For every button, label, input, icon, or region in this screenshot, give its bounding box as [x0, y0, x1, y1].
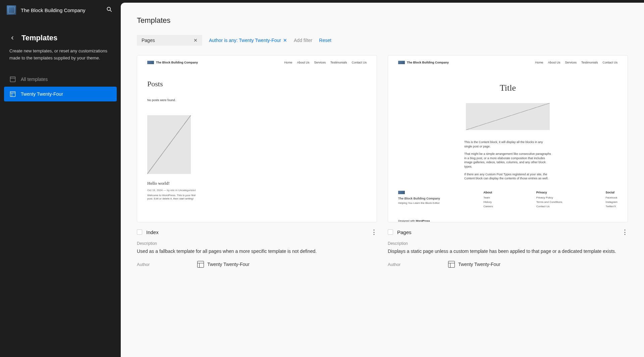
template-grid: The Block Building Company Home About Us…: [137, 55, 628, 268]
preview-menu-item: Testimonials: [330, 61, 347, 64]
sidebar-item-label: All templates: [21, 77, 48, 82]
author-name: Twenty Twenty-Four: [458, 262, 500, 267]
preview-menu-item: About Us: [297, 61, 309, 64]
preview-footer-tagline: Helping You Learn the Block Editor: [398, 202, 440, 205]
description-label: Description: [388, 241, 628, 246]
site-logo-icon[interactable]: [7, 5, 16, 15]
sidebar-header: The Block Building Company: [0, 0, 121, 20]
sidebar-item-label: Twenty Twenty-Four: [21, 91, 63, 97]
preview-menu: Home About Us Services Testimonials Cont…: [535, 61, 618, 64]
template-preview[interactable]: The Block Building Company Home About Us…: [388, 55, 628, 222]
preview-logo-icon: [398, 61, 405, 64]
template-preview[interactable]: The Block Building Company Home About Us…: [137, 55, 377, 222]
preview-heading: Title: [398, 83, 618, 93]
more-icon[interactable]: ⋮: [622, 228, 628, 236]
sidebar-nav: Templates Create new templates, or reset…: [0, 20, 121, 108]
template-description: Displays a static page unless a custom t…: [388, 248, 628, 255]
preview-footer: The Block Building Company Helping You L…: [398, 191, 618, 209]
preview-menu-item: Contact Us: [602, 61, 618, 64]
preview-brand: The Block Building Company: [407, 61, 449, 64]
back-icon[interactable]: [9, 35, 15, 41]
preview-paragraph: That might be a simple arrangement like …: [464, 152, 551, 169]
template-title[interactable]: Index: [146, 229, 159, 235]
theme-icon: [197, 261, 204, 268]
filter-author[interactable]: Author is any: Twenty Twenty-Four ✕: [209, 38, 287, 43]
preview-menu-item: Contact Us: [352, 61, 367, 64]
preview-logo-icon: [147, 61, 154, 64]
author-label: Author: [388, 262, 408, 267]
preview-menu-item: Services: [314, 61, 326, 64]
footer-link: Careers: [483, 205, 493, 208]
preview-paragraph: This is the Content block, it will displ…: [464, 140, 551, 148]
select-checkbox[interactable]: [137, 229, 142, 235]
sidebar: The Block Building Company Templates Cre…: [0, 0, 121, 357]
preview-post-meta: Oct 19, 2024 — by eric in Uncategorized: [147, 189, 367, 192]
image-placeholder-icon: [147, 115, 191, 174]
footer-col-heading: Social: [605, 191, 618, 194]
preview-post-title: Hello world!: [147, 181, 367, 186]
svg-line-1: [110, 10, 112, 12]
footer-link: Facebook: [605, 196, 618, 199]
preview-footer-logo-icon: [398, 191, 405, 194]
footer-col-heading: Privacy: [536, 191, 562, 194]
footer-link: Contact Us: [536, 205, 562, 208]
author-label: Author: [137, 262, 157, 267]
more-icon[interactable]: ⋮: [371, 228, 377, 236]
footer-link: Team: [483, 196, 493, 199]
search-icon[interactable]: [106, 6, 114, 14]
preview-menu-item: Home: [535, 61, 543, 64]
nav-description: Create new templates, or reset any custo…: [9, 48, 111, 62]
preview-menu-item: Home: [284, 61, 292, 64]
add-filter-button[interactable]: Add filter: [294, 38, 312, 43]
footer-link: History: [483, 200, 493, 204]
sidebar-item-twenty-twenty-four[interactable]: Twenty Twenty-Four: [4, 87, 117, 101]
page-title: Templates: [137, 16, 628, 25]
footer-link: Instagram: [605, 200, 618, 204]
preview-menu-item: Services: [565, 61, 577, 64]
main-content: Templates Pages ✕ Author is any: Twenty …: [121, 3, 644, 357]
template-card-index: The Block Building Company Home About Us…: [137, 55, 377, 268]
close-icon[interactable]: ✕: [283, 38, 287, 43]
preview-menu: Home About Us Services Testimonials Cont…: [284, 61, 367, 64]
close-icon[interactable]: ✕: [194, 38, 198, 43]
theme-icon: [448, 261, 455, 268]
filter-bar: Pages ✕ Author is any: Twenty Twenty-Fou…: [137, 35, 628, 46]
template-title[interactable]: Pages: [397, 229, 412, 235]
template-card-pages: The Block Building Company Home About Us…: [388, 55, 628, 268]
footer-link: Twitter/X: [605, 205, 618, 208]
preview-menu-item: Testimonials: [581, 61, 598, 64]
preview-post-excerpt: Welcome to WordPress. This is your first…: [147, 194, 198, 201]
footer-link: Terms and Conditions: [536, 200, 562, 204]
preview-paragraph: If there are any Custom Post Types regis…: [464, 172, 551, 181]
preview-menu-item: About Us: [548, 61, 560, 64]
svg-point-0: [107, 7, 110, 10]
footer-link: Privacy Policy: [536, 196, 562, 199]
filter-chip-pages[interactable]: Pages ✕: [137, 35, 202, 46]
nav-title: Templates: [21, 34, 57, 42]
footer-col-heading: About: [483, 191, 493, 194]
sidebar-item-all-templates[interactable]: All templates: [4, 72, 117, 87]
reset-button[interactable]: Reset: [319, 38, 331, 43]
select-checkbox[interactable]: [388, 229, 393, 235]
svg-rect-2: [10, 77, 15, 82]
filter-chip-label: Pages: [142, 38, 155, 43]
image-placeholder-icon: [466, 103, 550, 130]
preview-brand: The Block Building Company: [156, 61, 198, 64]
preview-heading: Posts: [147, 80, 367, 88]
preview-designed-with: Designed with WordPress: [398, 219, 618, 222]
description-label: Description: [137, 241, 377, 246]
svg-rect-4: [10, 91, 15, 96]
template-description: Used as a fallback template for all page…: [137, 248, 377, 255]
filter-author-label: Author is any: Twenty Twenty-Four: [209, 38, 281, 43]
author-name: Twenty Twenty-Four: [207, 262, 250, 267]
site-title: The Block Building Company: [21, 7, 106, 13]
preview-no-posts: No posts were found.: [147, 98, 367, 102]
preview-footer-brand: The Block Building Company: [398, 197, 440, 200]
